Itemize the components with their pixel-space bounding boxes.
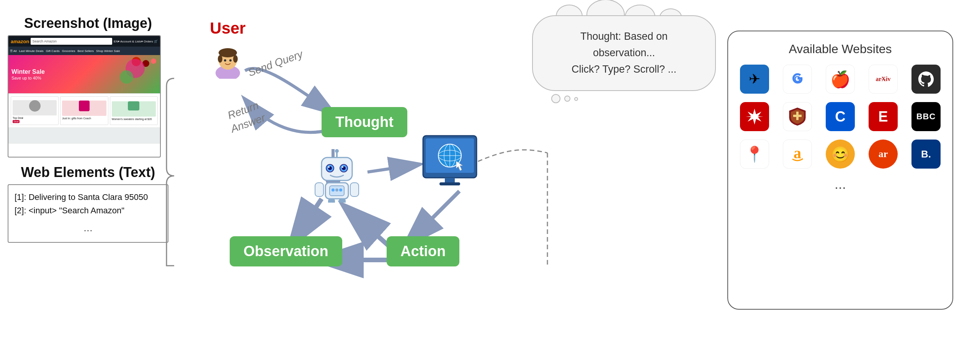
flight-icon: ✈ — [740, 65, 769, 94]
observation-box: Observation — [230, 236, 342, 266]
cloud-trail — [532, 94, 716, 103]
thought-cloud: Thought: Based on observation... Click? … — [532, 15, 716, 103]
robot-section — [312, 149, 362, 204]
bbc-icon: BBC — [911, 102, 941, 131]
svg-rect-37 — [445, 178, 455, 182]
thought-line2: Click? Type? Scroll? ... — [548, 61, 700, 78]
svg-point-7 — [218, 55, 222, 63]
svg-rect-25 — [315, 183, 323, 196]
booking-icon: B. — [911, 140, 941, 169]
wolfram-icon — [740, 102, 769, 131]
svg-rect-28 — [339, 199, 346, 203]
svg-point-19 — [342, 166, 343, 168]
robot-svg — [312, 149, 362, 203]
websites-title: Available Websites — [737, 42, 943, 56]
svg-point-8 — [233, 55, 238, 63]
trail-dot-3 — [574, 97, 578, 101]
thought-cloud-section: Thought: Based on observation... Click? … — [532, 15, 716, 103]
svg-text:a: a — [794, 145, 801, 162]
action-box: Action — [387, 236, 459, 266]
coursera-icon: C — [826, 102, 855, 131]
svg-point-23 — [335, 188, 338, 192]
websites-grid: ✈ G 🍎 arXiv — [737, 65, 943, 169]
google-icon: G — [783, 65, 812, 94]
svg-point-9 — [224, 59, 226, 62]
svg-point-24 — [339, 188, 342, 192]
apple-icon: 🍎 — [826, 65, 855, 94]
svg-point-10 — [229, 59, 232, 62]
monitor-section — [421, 134, 486, 204]
thought-cloud-bubble: Thought: Based on observation... Click? … — [532, 15, 716, 91]
svg-rect-42 — [793, 115, 802, 117]
trail-dot-2 — [564, 96, 570, 102]
arxiv-icon: arXiv — [869, 65, 898, 94]
allrecipes-icon: ar — [869, 140, 898, 169]
svg-rect-27 — [328, 199, 335, 203]
svg-point-22 — [332, 188, 335, 192]
websites-panel: Available Websites ✈ G 🍎 arXiv — [727, 31, 953, 310]
svg-point-12 — [335, 149, 339, 153]
svg-text:G: G — [794, 74, 800, 84]
openfarm-icon: 😊 — [826, 140, 855, 169]
trail-dot-1 — [551, 94, 560, 103]
thought-line1: Thought: Based on observation... — [548, 28, 700, 61]
svg-marker-40 — [746, 109, 763, 125]
websites-dots: ... — [737, 176, 943, 192]
svg-point-18 — [328, 166, 330, 168]
user-avatar — [209, 41, 247, 79]
svg-rect-26 — [350, 183, 359, 196]
user-label: User — [210, 19, 245, 37]
amazon-logo-icon: a — [783, 140, 812, 169]
monitor-svg — [421, 134, 486, 203]
espn-icon: E — [869, 102, 898, 131]
maps-icon: 📍 — [740, 140, 769, 169]
thought-box: Thought — [322, 107, 407, 137]
github-icon — [911, 65, 941, 94]
user-section: User — [209, 19, 247, 79]
cambridge-icon — [783, 102, 812, 131]
svg-rect-38 — [439, 182, 460, 185]
